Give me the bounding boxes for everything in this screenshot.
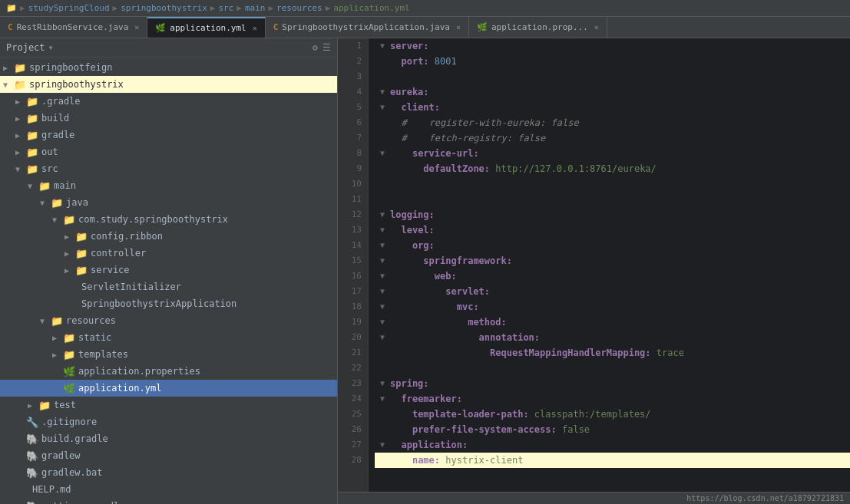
close-icon-1[interactable]: ✕: [253, 24, 257, 32]
tree-item-7[interactable]: ▼📁main: [0, 177, 337, 194]
tree-arrow-9[interactable]: ▼: [52, 216, 63, 224]
tree-item-3[interactable]: ▶📁build: [0, 110, 337, 127]
fold-indicator-17[interactable]: ▼: [375, 284, 390, 299]
tree-item-20[interactable]: ▶📁test: [0, 397, 337, 413]
tree-item-19[interactable]: 🌿application.yml: [0, 380, 337, 397]
tree-arrow-1[interactable]: ▼: [3, 81, 14, 89]
tree-arrow-4[interactable]: ▶: [15, 131, 26, 140]
code-line-27: ▼ application:: [375, 437, 850, 453]
tree-item-13[interactable]: ServletInitializer: [0, 278, 337, 295]
breadcrumb-item-0[interactable]: 📁: [6, 3, 17, 13]
editor-content[interactable]: 1234567891011121314151617181920212223242…: [338, 38, 850, 492]
fold-indicator-15[interactable]: ▼: [375, 253, 390, 268]
tree-arrow-17[interactable]: ▶: [52, 351, 63, 359]
sidebar-title: Project: [6, 42, 45, 53]
tree-arrow-10[interactable]: ▶: [64, 232, 75, 241]
tree-item-0[interactable]: ▶📁springbootfeign: [0, 59, 337, 76]
tab-applicationprop[interactable]: 🌿 application.prop... ✕: [469, 17, 607, 38]
tree-arrow-2[interactable]: ▶: [15, 97, 26, 106]
folder-icon-11: 📁: [75, 248, 88, 259]
tree-item-22[interactable]: 🐘build.gradle: [0, 430, 337, 447]
code-line-26: prefer-file-system-access: false: [375, 422, 850, 437]
tree-item-23[interactable]: 🐘gradlew: [0, 447, 337, 464]
tree-item-21[interactable]: 🔧.gitignore: [0, 413, 337, 430]
tab-springboothystrix[interactable]: C SpringboothystrixApplication.java ✕: [266, 17, 469, 38]
fold-indicator-27[interactable]: ▼: [375, 437, 390, 453]
tree-arrow-8[interactable]: ▼: [40, 199, 51, 207]
gear-icon[interactable]: ⚙: [313, 42, 318, 53]
breadcrumb-label-1[interactable]: springboothystrix: [121, 3, 207, 13]
fold-indicator-5[interactable]: ▼: [375, 100, 390, 115]
code-text-8: service-url:: [390, 146, 850, 161]
code-line-8: ▼ service-url:: [375, 146, 850, 161]
close-icon-3[interactable]: ✕: [594, 23, 599, 31]
code-text-27: application:: [390, 437, 850, 453]
settings-icon[interactable]: ☰: [322, 42, 331, 53]
fold-indicator-4[interactable]: ▼: [375, 84, 390, 100]
tree-item-25[interactable]: HELP.md: [0, 481, 337, 498]
fold-indicator-16[interactable]: ▼: [375, 268, 390, 284]
tree-arrow-12[interactable]: ▶: [64, 266, 75, 275]
tree-item-26[interactable]: 🐘settings.gradle: [0, 498, 337, 504]
code-line-13: ▼ level:: [375, 222, 850, 238]
tree-item-8[interactable]: ▼📁java: [0, 194, 337, 211]
tree-item-4[interactable]: ▶📁gradle: [0, 127, 337, 143]
tree-arrow-0[interactable]: ▶: [3, 64, 14, 72]
fold-indicator-24[interactable]: ▼: [375, 391, 390, 407]
tree-arrow-20[interactable]: ▶: [28, 401, 38, 410]
fold-indicator-20[interactable]: ▼: [375, 330, 390, 345]
tree-item-6[interactable]: ▼📁src: [0, 160, 337, 177]
code-text-26: prefer-file-system-access: false: [390, 422, 850, 437]
fold-indicator-19[interactable]: ▼: [375, 315, 390, 330]
code-line-20: ▼ annotation:: [375, 330, 850, 345]
tree-item-17[interactable]: ▶📁templates: [0, 346, 337, 363]
breadcrumb-label-5[interactable]: application.yml: [333, 3, 409, 13]
close-icon-2[interactable]: ✕: [456, 23, 461, 31]
tree-arrow-5[interactable]: ▶: [15, 148, 26, 156]
tree-arrow-15[interactable]: ▼: [40, 317, 51, 325]
close-icon-0[interactable]: ✕: [134, 23, 139, 31]
fold-indicator-23[interactable]: ▼: [375, 376, 390, 391]
tree-item-15[interactable]: ▼📁resources: [0, 312, 337, 329]
breadcrumb-label-2[interactable]: src: [218, 3, 233, 13]
tree-arrow-7[interactable]: ▼: [28, 182, 38, 190]
fold-indicator-8[interactable]: ▼: [375, 146, 390, 161]
tree-arrow-6[interactable]: ▼: [15, 165, 26, 173]
fold-indicator-13[interactable]: ▼: [375, 222, 390, 238]
sidebar-dropdown-arrow[interactable]: ▾: [48, 42, 54, 53]
fold-indicator-1[interactable]: ▼: [375, 38, 390, 54]
fold-indicator-14[interactable]: ▼: [375, 238, 390, 253]
tab-applicationyml[interactable]: 🌿 application.yml ✕: [147, 17, 265, 38]
folder-icon-10: 📁: [75, 231, 88, 242]
tree-item-9[interactable]: ▼📁com.study.springboothystrix: [0, 211, 337, 228]
fold-indicator-12[interactable]: ▼: [375, 207, 390, 222]
tree-arrow-11[interactable]: ▶: [64, 249, 75, 258]
tree-item-11[interactable]: ▶📁controller: [0, 245, 337, 262]
tab-label-springboothystrix: SpringboothystrixApplication.java: [282, 22, 450, 32]
tree-item-10[interactable]: ▶📁config.ribbon: [0, 228, 337, 245]
code-text-7: # fetch-registry: false: [390, 130, 850, 146]
line-number-14: 14: [344, 238, 362, 253]
fold-indicator-18[interactable]: ▼: [375, 299, 390, 315]
code-line-16: ▼ web:: [375, 268, 850, 284]
line-number-28: 28: [344, 453, 362, 468]
breadcrumb-label-3[interactable]: main: [245, 3, 266, 13]
tree-item-2[interactable]: ▶📁.gradle: [0, 93, 337, 110]
folder-icon-4: 📁: [26, 130, 38, 141]
breadcrumb-label-0[interactable]: studySpringCloud: [28, 3, 110, 13]
tree-item-1[interactable]: ▼📁springboothystrix: [0, 76, 337, 93]
folder-icon-3: 📁: [26, 113, 38, 124]
tree-label-10: config.ribbon: [91, 231, 163, 242]
tree-item-14[interactable]: SpringboothystrixApplication: [0, 295, 337, 312]
tree-item-16[interactable]: ▶📁static: [0, 329, 337, 346]
tree-arrow-16[interactable]: ▶: [52, 334, 63, 342]
breadcrumb-label-4[interactable]: resources: [276, 3, 322, 13]
tree-arrow-3[interactable]: ▶: [15, 114, 26, 123]
tab-restribbon[interactable]: C RestRibbonService.java ✕: [0, 17, 147, 38]
folder-icon-9: 📁: [63, 214, 75, 226]
tree-label-11: controller: [91, 248, 146, 259]
tree-item-5[interactable]: ▶📁out: [0, 143, 337, 160]
tree-item-12[interactable]: ▶📁service: [0, 262, 337, 278]
tree-item-24[interactable]: 🐘gradlew.bat: [0, 464, 337, 481]
tree-item-18[interactable]: 🌿application.properties: [0, 363, 337, 380]
